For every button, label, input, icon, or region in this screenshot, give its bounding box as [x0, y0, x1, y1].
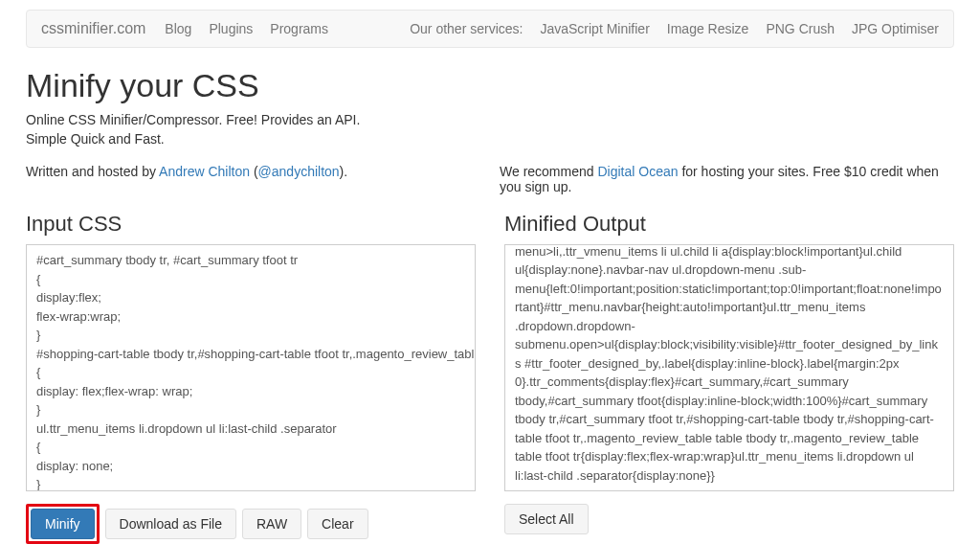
input-column: Input CSS Minify Download as File RAW Cl…	[26, 212, 476, 544]
nav-png-crush[interactable]: PNG Crush	[766, 21, 835, 36]
handle-link[interactable]: @andychilton	[258, 164, 340, 179]
page-title: Minify your CSS	[26, 67, 954, 104]
author-link[interactable]: Andrew Chilton	[159, 164, 250, 179]
credits-right: We recommend Digital Ocean for hosting y…	[480, 164, 954, 194]
main-columns: Input CSS Minify Download as File RAW Cl…	[26, 212, 954, 544]
credits-left: Written and hosted by Andrew Chilton (@a…	[26, 164, 480, 194]
nav-jpg-optimiser[interactable]: JPG Optimiser	[852, 21, 939, 36]
lead-1: Online CSS Minifier/Compressor. Free! Pr…	[26, 112, 954, 127]
raw-button[interactable]: RAW	[242, 509, 301, 539]
brand-link[interactable]: cssminifier.com	[41, 20, 145, 37]
navbar: cssminifier.com Blog Plugins Programs Ou…	[26, 10, 954, 48]
nav-right: Our other services: JavaScript Minifier …	[410, 21, 939, 36]
credits-row: Written and hosted by Andrew Chilton (@a…	[26, 164, 954, 194]
download-button[interactable]: Download as File	[105, 509, 236, 539]
services-label: Our other services:	[410, 21, 523, 36]
input-heading: Input CSS	[26, 212, 476, 237]
paren-open: (	[250, 164, 258, 179]
clear-button[interactable]: Clear	[307, 509, 368, 539]
nav-blog[interactable]: Blog	[165, 21, 191, 36]
nav-programs[interactable]: Programs	[270, 21, 328, 36]
nav-js-minifier[interactable]: JavaScript Minifier	[540, 21, 649, 36]
lead-2: Simple Quick and Fast.	[26, 131, 954, 147]
nav-plugins[interactable]: Plugins	[209, 21, 253, 36]
nav-image-resize[interactable]: Image Resize	[667, 21, 749, 36]
recommend-link[interactable]: Digital Ocean	[597, 164, 678, 179]
output-buttons: Select All	[504, 504, 954, 534]
credits-prefix: Written and hosted by	[26, 164, 159, 179]
output-column: Minified Output Select All	[504, 212, 954, 544]
output-textarea[interactable]	[504, 244, 954, 491]
nav-left: Blog Plugins Programs	[165, 21, 328, 36]
recommend-prefix: We recommend	[500, 164, 597, 179]
paren-close: ).	[340, 164, 348, 179]
minify-button[interactable]: Minify	[31, 509, 95, 539]
output-heading: Minified Output	[504, 212, 954, 237]
input-buttons: Minify Download as File RAW Clear	[26, 504, 476, 544]
select-all-button[interactable]: Select All	[504, 504, 589, 534]
minify-highlight: Minify	[26, 504, 100, 544]
input-textarea[interactable]	[26, 244, 476, 491]
